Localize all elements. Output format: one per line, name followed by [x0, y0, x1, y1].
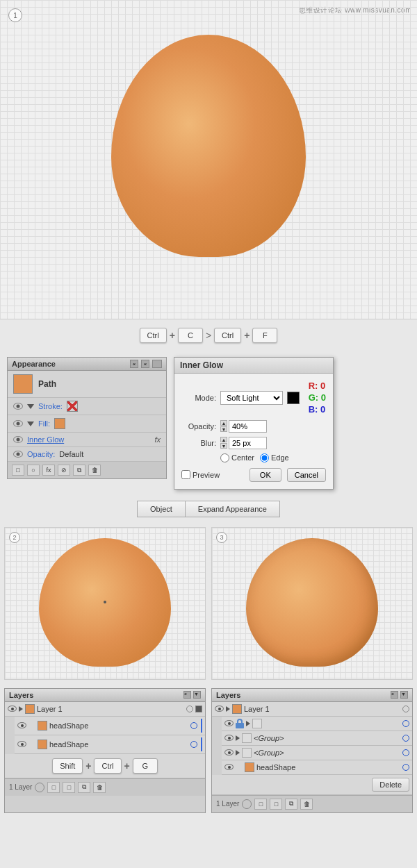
blur-input[interactable] — [229, 437, 267, 449]
radio-group: Center Edge — [220, 453, 326, 462]
layer1-eye-left[interactable] — [8, 706, 17, 712]
blur-row: Blur: ▲ ▼ — [181, 437, 326, 449]
panel-collapse-btn2[interactable]: « — [141, 360, 149, 368]
footer-circle-btn[interactable]: ○ — [27, 465, 40, 476]
object-button[interactable]: Object — [137, 501, 185, 517]
color-swatch-black[interactable] — [287, 392, 300, 404]
layers-ctrl-btn-right-1[interactable]: « — [391, 691, 398, 699]
center-radio-label[interactable]: Center — [220, 453, 254, 462]
step-number-1: 1 — [8, 8, 22, 22]
layers-ctrl-btn-right-2[interactable]: ▼ — [400, 691, 408, 699]
headshape2-eye[interactable] — [17, 741, 26, 747]
ok-button[interactable]: OK — [250, 468, 281, 482]
layers-panel-left: Layers « ▼ Layer 1 headShape — [4, 688, 206, 813]
stroke-label: Stroke: — [38, 402, 63, 410]
search-icon-left[interactable] — [35, 783, 44, 792]
layer1-square-left[interactable] — [195, 706, 202, 712]
stroke-expand-icon[interactable] — [27, 404, 34, 409]
inner-glow-label[interactable]: Inner Glow — [27, 435, 64, 444]
c-key: C — [178, 328, 203, 343]
layer1-triangle-right[interactable] — [226, 706, 230, 712]
layer1-circle-left[interactable] — [186, 706, 193, 712]
group2-eye[interactable] — [224, 749, 234, 756]
footer-no-btn[interactable]: ⊘ — [58, 465, 70, 476]
fill-expand-icon[interactable] — [27, 422, 34, 426]
layers-footer-btn-left-1[interactable]: □ — [47, 782, 60, 793]
layers-title-left: Layers — [9, 691, 33, 699]
cancel-button[interactable]: Cancel — [287, 468, 326, 482]
fill-row: Fill: — [8, 415, 166, 433]
step-number-3: 3 — [216, 532, 227, 543]
layer1-triangle-left[interactable] — [19, 706, 23, 712]
group2-triangle[interactable] — [236, 750, 240, 756]
layers-footer-btn-right-4[interactable]: 🗑 — [300, 799, 313, 810]
opacity-input[interactable] — [229, 420, 267, 433]
opacity-eye-icon[interactable] — [13, 451, 23, 458]
group2-swatch — [242, 748, 252, 758]
mode-select[interactable]: Soft Light — [220, 391, 283, 405]
footer-delete-btn[interactable]: 🗑 — [88, 465, 101, 476]
blur-up-arrow[interactable]: ▲ — [220, 437, 227, 442]
layer1-row-right: Layer 1 — [212, 702, 412, 717]
preview-row: Preview OK Cancel — [181, 468, 326, 482]
fill-eye-icon[interactable] — [13, 420, 23, 427]
headshape-right-eye[interactable] — [224, 764, 234, 770]
step2-canvas: 2 — [4, 527, 206, 680]
layers-footer-btn-left-4[interactable]: 🗑 — [93, 782, 106, 793]
layers-ctrl-btn-left-1[interactable]: « — [183, 691, 191, 699]
appearance-footer: □ ○ fx ⊘ ⧉ 🗑 — [8, 462, 166, 478]
plus-sign-2: + — [244, 330, 250, 341]
headshape2-swatch — [38, 740, 47, 749]
footer-copy-btn[interactable]: ⧉ — [73, 465, 85, 476]
edge-radio-label[interactable]: Edge — [260, 453, 289, 462]
headshape-right-circle[interactable] — [402, 764, 409, 771]
layers-footer-btn-right-1[interactable]: □ — [254, 799, 267, 810]
group1-circle[interactable] — [402, 735, 409, 742]
opacity-up-arrow[interactable]: ▲ — [220, 420, 227, 426]
appearance-title: Appearance — [12, 360, 56, 368]
edge-radio[interactable] — [260, 453, 269, 462]
fill-swatch[interactable] — [54, 418, 65, 429]
layers-footer-btn-right-3[interactable]: ⧉ — [285, 799, 297, 810]
group1-triangle[interactable] — [236, 735, 240, 741]
headshape1-eye[interactable] — [17, 722, 26, 728]
group2-circle[interactable] — [402, 749, 409, 756]
blur-spinner: ▲ ▼ — [220, 437, 267, 449]
group1-eye[interactable] — [224, 735, 234, 741]
headshape1-circle[interactable] — [190, 722, 197, 729]
inner-glow-eye-icon[interactable] — [13, 436, 23, 443]
opacity-dialog-label: Opacity: — [181, 422, 216, 431]
egg-shape-main — [111, 35, 306, 257]
lock-expand-triangle[interactable] — [246, 721, 250, 726]
search-icon-right[interactable] — [242, 799, 252, 809]
shift-key: Shift — [52, 758, 83, 774]
layers-footer-btn-right-2[interactable]: □ — [270, 799, 282, 810]
opacity-down-arrow[interactable]: ▼ — [220, 426, 227, 432]
panel-collapse-btn[interactable]: « — [130, 360, 138, 368]
layers-title-right: Layers — [216, 691, 240, 699]
layers-footer-btn-left-3[interactable]: ⧉ — [78, 782, 90, 793]
blur-spinner-arrows: ▲ ▼ — [220, 437, 227, 449]
layers-row: Layers « ▼ Layer 1 headShape — [0, 684, 417, 817]
layer1-circle-right[interactable] — [402, 706, 409, 712]
panel-section: Appearance « « Path Stroke: Fill: — [0, 351, 417, 495]
footer-fx-btn[interactable]: fx — [42, 465, 55, 476]
blur-down-arrow[interactable]: ▼ — [220, 443, 227, 449]
footer-rect-btn[interactable]: □ — [12, 465, 24, 476]
stroke-eye-icon[interactable] — [13, 403, 23, 410]
layers-titlebar-left: Layers « ▼ — [5, 689, 205, 702]
preview-checkbox[interactable] — [181, 470, 190, 479]
preview-checkbox-label[interactable]: Preview — [181, 470, 220, 479]
layer1-eye-right[interactable] — [215, 706, 224, 712]
layers-ctrl-btn-left-2[interactable]: ▼ — [193, 691, 201, 699]
headshape2-circle[interactable] — [190, 741, 197, 748]
panel-menu-btn[interactable] — [152, 360, 162, 368]
center-radio[interactable] — [220, 453, 229, 462]
lock-eye[interactable] — [224, 720, 234, 726]
stroke-swatch[interactable] — [67, 401, 78, 412]
lock-circle[interactable] — [402, 720, 409, 727]
delete-button[interactable]: Delete — [372, 778, 409, 792]
group1-row: <Group> — [222, 731, 412, 746]
expand-appearance-button[interactable]: Expand Appearance — [185, 501, 280, 517]
layers-footer-btn-left-2[interactable]: □ — [63, 782, 75, 793]
